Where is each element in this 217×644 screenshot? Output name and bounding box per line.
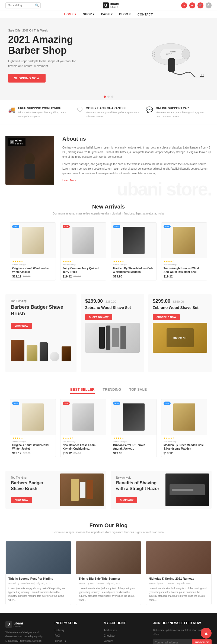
promo-btn-1[interactable]: SHOP NOW	[11, 497, 32, 503]
product-brand: Studio Design	[12, 440, 53, 443]
compare-icon[interactable]: ⇄	[189, 2, 195, 8]
logo-text: ubani	[110, 2, 119, 6]
settings-icon[interactable]: ⚙	[206, 2, 212, 8]
product-card: Sale ★★★★☆ Studio Design Juicy Couture J…	[60, 222, 106, 280]
product-badge: Sale	[63, 402, 70, 405]
footer-information-links: Delivery FAQ About Us Secure Payment Con…	[55, 628, 98, 644]
trending-img-box-1	[11, 340, 24, 361]
blog-text-3: Lorem ipsum is simply dummy text of the …	[149, 586, 209, 602]
footer-account-title: My Account	[104, 621, 148, 625]
footer-logo-icon: U	[5, 621, 12, 628]
newsletter-subscribe-btn[interactable]: SUBSCRIBE	[192, 639, 212, 644]
blog-desc: Dommunis magna, massae leo iupperforee d…	[5, 530, 212, 535]
wishlist-icon[interactable]: ♥	[181, 2, 187, 8]
product-card: New ★★★★☆ Studio Design Madden By Steve …	[161, 399, 207, 457]
blog-card-3: Nicholas K Spring 2021 Runway Posted by …	[146, 541, 212, 605]
footer-link-delivery[interactable]: Delivery	[55, 629, 64, 632]
product-name: Madden By Steve Madden Cole & Handsome M…	[164, 443, 205, 450]
trending-sub-btn-1[interactable]: SHOPPING NOW	[85, 314, 112, 320]
trending-tag: Top Trending	[11, 299, 71, 302]
product-brand: Studio Design	[63, 440, 104, 443]
blog-text-2: Lorem ipsum is simply dummy text of the …	[79, 586, 139, 602]
product-name: New Balance Fresh Foam Kaymin Cushioning…	[63, 443, 104, 450]
svg-rect-2	[168, 58, 175, 72]
product-card: New ★★★★☆ Studio Design Brixton Patrol K…	[111, 399, 157, 457]
product-card: New ★★★★☆ Studio Design Trans-Weight Hoo…	[161, 222, 207, 280]
nav-blog[interactable]: BLOG ▾	[119, 12, 131, 16]
overlay-logo-text: ubanistore	[15, 139, 23, 145]
guarantee-icon: 🛡	[77, 106, 83, 113]
product-name: Trans-Weight Hooded Wind And Water Resis…	[164, 267, 205, 274]
nav-shop[interactable]: SHOP ▾	[83, 12, 95, 16]
search-input[interactable]	[8, 4, 35, 7]
footer-link-checkout[interactable]: Checkout	[104, 634, 115, 637]
nav-home[interactable]: HOME ▾	[64, 12, 76, 16]
footer-newsletter-form: SUBSCRIBE	[153, 639, 212, 644]
cart-icon[interactable]: 🛒	[197, 2, 203, 8]
trending-sub-btn-2[interactable]: SHOPPING NOW	[153, 314, 180, 320]
blog-section: From Our Blog Dommunis magna, massae leo…	[0, 514, 217, 613]
product-brand: Studio Design	[164, 440, 205, 443]
shipping-title: FREE SHIPPING WORLDWIDE	[18, 106, 71, 110]
support-title: ONLINE SUPPORT 24/7	[156, 106, 209, 110]
product-img	[72, 227, 94, 254]
logo-sub: store	[110, 6, 119, 8]
footer-link-wishlist[interactable]: Wishlist	[104, 640, 113, 643]
footer-link-faq[interactable]: FAQ	[55, 634, 60, 637]
trending-shop-btn[interactable]: SHOP NOW	[11, 323, 32, 329]
feature-shipping: 🚚 FREE SHIPPING WORLDWIDE Mirum est nota…	[5, 106, 74, 118]
footer-link-about[interactable]: About Us	[55, 640, 66, 643]
promo-banner-2: New Arrivals Benefits of Shavingwith a S…	[111, 471, 212, 509]
tab-best-seller[interactable]: BEST SELLER	[70, 386, 95, 394]
footer-link-addresses[interactable]: Addresses	[104, 629, 117, 632]
hero-cta-button[interactable]: SHOPPING NOW	[8, 74, 46, 83]
tab-top-sale[interactable]: TOP SALE	[129, 386, 147, 394]
trending-main-image	[11, 332, 71, 367]
svg-rect-5	[202, 74, 202, 76]
product-img	[22, 403, 44, 431]
top-bar: 🔍 U ubani store ♥ ⇄ 🛒 ⚙	[0, 0, 217, 11]
svg-point-10	[154, 56, 155, 57]
nav-contact[interactable]: CONTACT	[138, 13, 153, 16]
hero-dot-3[interactable]	[111, 96, 113, 98]
svg-point-11	[152, 53, 153, 54]
product-card: New ★★★★☆ Studio Design Originais Kaua! …	[10, 399, 56, 457]
svg-point-8	[154, 52, 155, 53]
product-stars: ★★★★☆	[12, 260, 53, 263]
hero-dot-2[interactable]	[107, 96, 110, 98]
scroll-to-top-button[interactable]: ▲	[201, 628, 212, 639]
hero-text: Sale Offer 20% Off This Week 2021 Amazin…	[8, 29, 108, 83]
product-name: Juicy Couture Juicy Quilted Terry Track	[63, 267, 104, 274]
blog-text-1: Lorem ipsum is simply dummy text of the …	[8, 586, 68, 602]
trending-img-box-5	[62, 346, 71, 361]
product-badge: New	[12, 402, 19, 405]
learn-more-link[interactable]: Learn More	[62, 179, 76, 182]
product-badge: New	[164, 402, 171, 405]
footer-information-col: Information Delivery FAQ About Us Secure…	[55, 621, 98, 644]
newsletter-email-input[interactable]	[153, 639, 192, 644]
product-brand: Studio Design	[63, 263, 104, 266]
header: 🔍 U ubani store ♥ ⇄ 🛒 ⚙ HOME ▾ SHOP ▾ PA…	[0, 0, 217, 18]
guarantee-desc: Mirum est notare quam littera gothica, q…	[86, 111, 140, 118]
logo: U ubani store	[103, 2, 119, 8]
promo-btn-2[interactable]: SHOP NOW	[116, 497, 137, 503]
features-section: 🚚 FREE SHIPPING WORLDWIDE Mirum est nota…	[0, 100, 217, 125]
nav-page[interactable]: PAGE ▾	[101, 12, 113, 16]
hero-image: ACCC ubani	[108, 34, 209, 77]
hero-description: Light knit upper adapts to the shape of …	[8, 59, 84, 68]
product-price: $19.12	[164, 452, 205, 455]
product-price: $19.12 $24.99	[63, 275, 104, 278]
footer-account-links: Addresses Checkout Wishlist Sign In	[104, 628, 148, 644]
blog-post-title-1: This Is Second Post For Kipling	[8, 577, 68, 581]
footer-description: We're a team of designers and developers…	[5, 630, 49, 643]
product-name: Originais Kaua! Windbreaker Winter Jacke…	[12, 267, 53, 274]
trending-main-card: Top Trending Barbers Badger Shave Brush …	[5, 294, 76, 372]
new-arrivals-title: New Arrivals	[5, 204, 212, 210]
hero-dot-1[interactable]	[104, 96, 106, 98]
search-bar[interactable]: 🔍	[5, 2, 41, 8]
tab-trending[interactable]: TRENDING	[103, 386, 121, 394]
product-brand: Studio Design	[113, 440, 154, 443]
search-icon[interactable]: 🔍	[35, 4, 39, 7]
about-logo-overlay: U ubanistore	[8, 138, 25, 146]
promo-banner-1: Top Trending Barbers BadgerShave Brush S…	[5, 471, 106, 509]
